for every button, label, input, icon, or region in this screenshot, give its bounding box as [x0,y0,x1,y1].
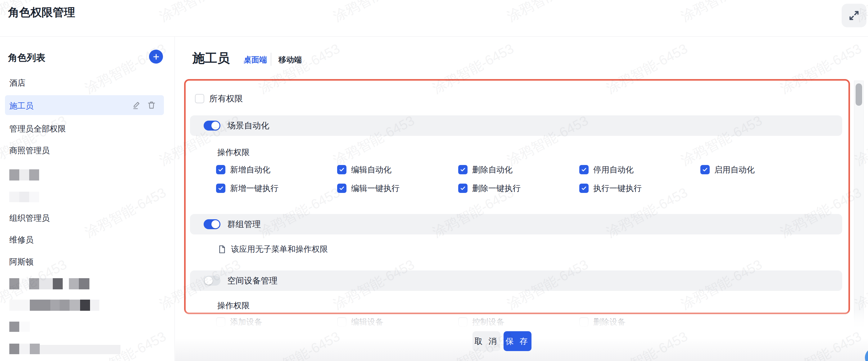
no-submenu-note: 该应用无子菜单和操作权限 [217,244,328,255]
all-permissions-label: 所有权限 [209,93,243,104]
watermark-text: 涂鸦智能-6453 [429,40,517,98]
permission-checkbox-item[interactable]: 编辑自动化 [337,165,392,175]
permission-checkbox-item[interactable]: 删除自动化 [458,165,513,175]
section-space-device-management: 空间设备管理 [190,270,842,291]
watermark-text: 涂鸦智能-6453 [603,40,691,98]
sidebar-item-commercial-light-admin[interactable]: 商照管理员 [9,145,50,156]
expand-arrows-icon [848,10,860,22]
checkbox-icon [579,165,589,174]
watermark-text: 涂鸦智能-6453 [777,40,865,98]
checkbox-icon [458,165,468,174]
permission-label: 新增一键执行 [230,183,278,194]
scrollbar-track[interactable] [854,80,864,359]
operation-permissions-label: 操作权限 [217,147,250,158]
all-permissions-checkbox-row[interactable]: 所有权限 [195,93,243,104]
permission-label: 停用自动化 [593,164,633,175]
section-group-management: 群组管理 [190,214,842,234]
permission-checkbox-item[interactable]: 编辑设备 [337,317,383,327]
permission-checkbox-item[interactable]: 启用自动化 [700,165,755,175]
permission-label: 删除自动化 [472,164,513,175]
permission-checkbox-item[interactable]: 删除设备 [579,317,625,327]
checkbox-icon [700,165,710,174]
checkbox-icon [579,317,589,327]
delete-trash-icon[interactable] [147,100,156,110]
redacted-role-item[interactable] [9,343,120,354]
scrollbar-thumb[interactable] [856,84,862,106]
role-detail-title: 施工员 [192,50,230,67]
watermark-text: 涂鸦智能-6453 [777,328,865,361]
sidebar-item-org-admin[interactable]: 组织管理员 [9,213,50,224]
section-label: 空间设备管理 [227,275,278,286]
role-list-title: 角色列表 [8,52,45,64]
checkbox-icon [579,184,589,193]
permission-checkbox-item[interactable]: 停用自动化 [579,165,633,175]
section-label: 群组管理 [227,219,261,230]
permission-label: 删除设备 [593,317,625,328]
permission-checkbox-item[interactable]: 新增一键执行 [216,183,278,193]
scene-automation-toggle[interactable] [204,121,220,131]
sidebar-item-aston[interactable]: 阿斯顿 [9,257,34,267]
cancel-button[interactable]: 取 消 [472,331,500,351]
permission-label: 添加设备 [230,317,262,328]
checkbox-icon [195,94,204,103]
permission-label: 删除一键执行 [472,183,521,194]
checkbox-icon [458,184,468,193]
sidebar-item-label: 施工员 [9,100,34,111]
checkbox-icon [216,184,225,193]
floating-help-button[interactable] [865,348,868,361]
permission-checkbox-item[interactable]: 编辑一键执行 [337,183,400,193]
permission-checkbox-item[interactable]: 控制设备 [458,317,504,327]
checkbox-icon [216,317,225,327]
permission-label: 编辑设备 [351,317,383,328]
redacted-role-item[interactable] [9,278,89,289]
permission-checkbox-item[interactable]: 添加设备 [216,317,262,327]
watermark-text: 涂鸦智能-6453 [678,0,765,26]
permission-label: 新增自动化 [230,164,270,175]
role-permission-page: 角色权限管理 角色列表 酒店 施工员 [0,0,868,361]
watermark-text: 涂鸦智能-6453 [504,0,591,26]
expand-button[interactable] [842,4,866,27]
section-label: 场景自动化 [227,120,269,131]
page-title: 角色权限管理 [8,5,75,20]
permission-label: 启用自动化 [714,164,755,175]
tab-divider [271,53,271,66]
permission-checkbox-item[interactable]: 删除一键执行 [458,183,521,193]
sidebar-item-constructor[interactable]: 施工员 [5,95,164,115]
redacted-role-item[interactable] [9,322,30,332]
redacted-role-item[interactable] [9,300,99,311]
checkbox-icon [458,317,468,327]
redacted-role-item[interactable] [9,169,39,180]
permission-label: 编辑自动化 [351,164,392,175]
document-icon [217,245,227,254]
permission-checkbox-item[interactable]: 新增自动化 [216,165,270,175]
sidebar-item-admin-all[interactable]: 管理员全部权限 [9,124,66,134]
watermark-text: 涂鸦智能-6453 [330,0,417,26]
checkbox-icon [337,165,346,174]
permission-label: 执行一键执行 [593,183,642,194]
note-text: 该应用无子菜单和操作权限 [231,244,328,255]
tab-desktop[interactable]: 桌面端 [244,55,267,65]
permission-checkbox-item[interactable]: 执行一键执行 [579,183,642,193]
plus-icon [152,53,160,61]
sidebar-item-hotel[interactable]: 酒店 [9,77,26,88]
checkbox-icon [337,317,346,327]
sidebar-item-maintenance[interactable]: 维修员 [9,234,34,245]
permission-label: 控制设备 [472,317,504,328]
watermark-text: 涂鸦智能-6453 [156,0,244,26]
watermark-text: 涂鸦智能-6453 [255,40,343,98]
watermark-text: 涂鸦智能-6453 [603,328,691,361]
operation-permissions-label: 操作权限 [217,300,250,311]
checkbox-icon [337,184,346,193]
tab-mobile[interactable]: 移动端 [278,55,302,65]
save-button[interactable]: 保 存 [503,331,531,351]
section-scene-automation: 场景自动化 [190,116,842,136]
sidebar-role-list: 角色列表 酒店 施工员 管理员全部权限 商照管理员 [0,37,175,361]
redacted-role-item[interactable] [9,192,39,202]
watermark-text: 涂鸦智能-6453 [255,328,343,361]
permission-label: 编辑一键执行 [351,183,400,194]
space-device-toggle[interactable] [204,276,220,286]
group-management-toggle[interactable] [204,219,220,229]
checkbox-icon [216,165,225,174]
edit-pencil-icon[interactable] [132,100,142,110]
add-role-button[interactable] [149,50,163,64]
